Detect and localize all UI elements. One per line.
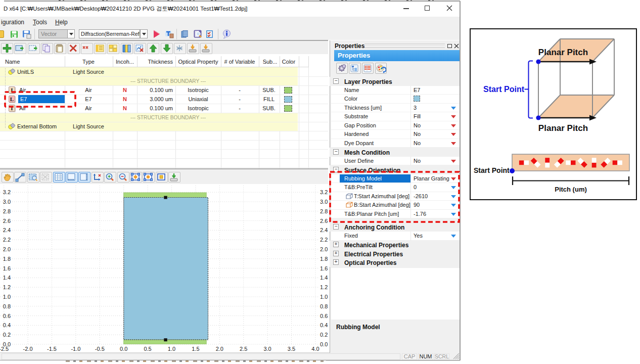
- svg-text:2.6: 2.6: [320, 218, 328, 224]
- svg-text:3.5: 3.5: [288, 346, 295, 352]
- svg-text:0.4: 0.4: [3, 322, 11, 328]
- svg-text:1.5: 1.5: [192, 346, 199, 352]
- svg-text:-1.0: -1.0: [71, 346, 80, 352]
- svg-text:0.5: 0.5: [144, 346, 151, 352]
- svg-text:3.0: 3.0: [263, 346, 271, 352]
- svg-text:1.8: 1.8: [320, 256, 328, 262]
- svg-text:1.8: 1.8: [3, 256, 11, 262]
- svg-text:2.4: 2.4: [3, 227, 11, 233]
- svg-text:1.0: 1.0: [3, 294, 11, 300]
- svg-text:0.0: 0.0: [320, 341, 328, 347]
- svg-text:3.0: 3.0: [320, 199, 328, 205]
- svg-text:0.8: 0.8: [3, 303, 11, 309]
- svg-text:0.6: 0.6: [3, 313, 11, 319]
- svg-text:1.2: 1.2: [320, 284, 328, 290]
- svg-text:1.4: 1.4: [320, 275, 328, 281]
- svg-text:2.2: 2.2: [320, 237, 328, 243]
- svg-text:3.0: 3.0: [3, 199, 11, 205]
- svg-text:2.4: 2.4: [320, 227, 328, 233]
- svg-text:2.2: 2.2: [3, 237, 11, 243]
- svg-text:-0.5: -0.5: [95, 346, 105, 352]
- svg-text:4.0: 4.0: [311, 346, 319, 352]
- svg-text:1.4: 1.4: [3, 275, 11, 281]
- svg-text:3.2: 3.2: [320, 189, 328, 195]
- svg-text:1.6: 1.6: [320, 265, 328, 271]
- svg-text:2.0: 2.0: [320, 246, 328, 252]
- svg-text:-2.5: -2.5: [0, 346, 9, 352]
- svg-text:0.4: 0.4: [320, 322, 328, 328]
- svg-text:1.2: 1.2: [3, 284, 11, 290]
- svg-text:2.5: 2.5: [240, 346, 247, 352]
- svg-text:0.2: 0.2: [320, 332, 328, 338]
- svg-text:1.0: 1.0: [168, 346, 175, 352]
- svg-text:1.6: 1.6: [3, 265, 11, 271]
- svg-text:0.6: 0.6: [320, 313, 328, 319]
- svg-text:-2.0: -2.0: [23, 346, 33, 352]
- svg-text:2.6: 2.6: [3, 218, 11, 224]
- svg-text:2.0: 2.0: [3, 246, 11, 252]
- svg-text:2.8: 2.8: [320, 208, 328, 214]
- svg-text:-1.5: -1.5: [47, 346, 57, 352]
- svg-text:2.8: 2.8: [3, 208, 11, 214]
- svg-text:0.2: 0.2: [3, 332, 11, 338]
- svg-text:3.2: 3.2: [3, 189, 11, 195]
- svg-text:0.8: 0.8: [320, 303, 328, 309]
- svg-text:0.0: 0.0: [120, 346, 127, 352]
- svg-text:2.0: 2.0: [216, 346, 223, 352]
- svg-text:1.0: 1.0: [320, 294, 328, 300]
